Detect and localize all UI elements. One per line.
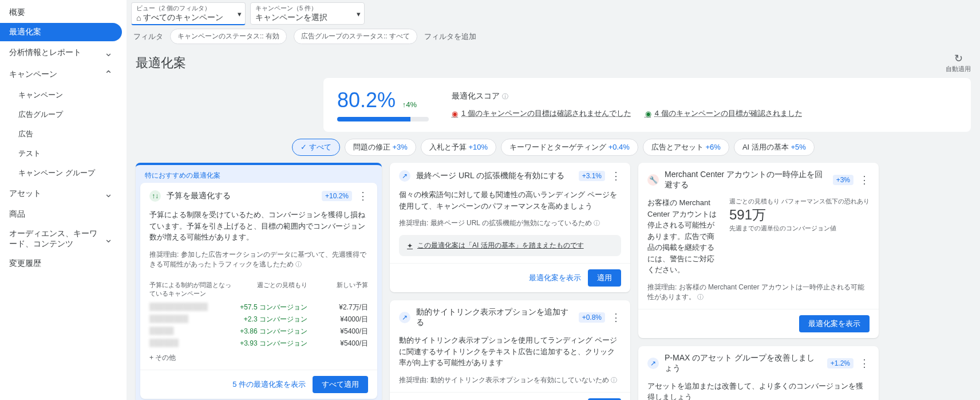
view-recommendation-link[interactable]: 最適化案を表示 — [529, 273, 581, 283]
filter-chip-campaign-status[interactable]: キャンペーンのステータス:: 有効 — [170, 29, 287, 44]
view-recommendations-link[interactable]: 5 件の最適化案を表示 — [232, 379, 306, 390]
auto-apply-button[interactable]: ↻ 自動適用 — [946, 52, 971, 73]
sidebar: 概要 最適化案 分析情報とレポート⌄ キャンペーン⌃ キャンペーン 広告グループ… — [0, 0, 127, 400]
card-pct: +10.2% — [322, 191, 352, 201]
card-body: お客様の Merchant Center アカウントは停止される可能性があります… — [647, 197, 720, 276]
sparkle-icon: ✦ — [407, 242, 413, 250]
tab-ads-assets[interactable]: 広告とアセット +6% — [643, 139, 729, 156]
refresh-icon: ↻ — [946, 52, 971, 65]
check-icon: ◉ — [645, 109, 651, 118]
sidebar-item-tests[interactable]: テスト — [0, 144, 122, 163]
category-tabs: ✓ すべて 問題の修正 +3% 入札と予算 +10% キーワードとターゲティング… — [127, 139, 980, 156]
score-bar — [337, 117, 429, 121]
card-sitelink: ↗ 動的サイトリンク表示オプションを追加する +0.8% ⋮ 動的サイトリンク表… — [390, 300, 630, 400]
card-pct: +1.2% — [827, 358, 853, 368]
tab-all[interactable]: ✓ すべて — [292, 139, 340, 156]
tab-ai[interactable]: AI 活用の基本 +5% — [734, 139, 815, 156]
sidebar-item-adgroups[interactable]: 広告グループ — [0, 105, 122, 124]
card-pct: +3.1% — [579, 171, 605, 181]
more-icon[interactable]: ⋮ — [611, 311, 621, 324]
apply-all-button[interactable]: すべて適用 — [313, 376, 368, 393]
table-row: ████████+2.3 コンバージョン¥4000/日 — [149, 313, 368, 326]
sidebar-item-history[interactable]: 変更履歴 — [0, 254, 122, 273]
expand-icon: ↗ — [647, 358, 659, 369]
chevron-down-icon: ⌄ — [104, 46, 113, 59]
tab-bid[interactable]: 入札と予算 +10% — [421, 139, 496, 156]
card-merchant: 🔧 Merchant Center アカウントの一時停止を回避する +3% ⋮ … — [638, 163, 879, 338]
chevron-down-icon: ⌄ — [104, 233, 113, 245]
card-title: 最終ページ URL の拡張機能を有効にする — [416, 171, 573, 181]
chevron-up-icon: ⌃ — [104, 68, 113, 81]
help-icon[interactable]: ⓘ — [611, 377, 617, 383]
help-icon[interactable]: ⓘ — [295, 261, 302, 268]
ai-banner[interactable]: ✦この最適化案は「AI 活用の基本」を踏まえたものです — [399, 235, 621, 256]
featured-label: 特におすすめの最適化案 — [136, 165, 382, 183]
sidebar-item-overview[interactable]: 概要 — [0, 3, 122, 22]
sidebar-item-insights[interactable]: 分析情報とレポート⌄ — [0, 42, 122, 63]
warning-icon: ◉ — [452, 109, 458, 118]
more-icon[interactable]: ⋮ — [859, 357, 870, 370]
card-body: 個々の検索語句に対して最も関連性の高いランディング ページを使用して、キャンペー… — [390, 189, 630, 218]
card-title: 動的サイトリンク表示オプションを追加する — [416, 307, 573, 328]
view-dropdown[interactable]: ビュー（2 個のフィルタ） ⌂すべてのキャンペーン ▾ — [131, 2, 246, 25]
chevron-down-icon: ▾ — [357, 9, 361, 18]
sidebar-item-campaigns-sub[interactable]: キャンペーン — [0, 86, 122, 104]
sidebar-item-recommendations[interactable]: 最適化案 — [0, 23, 122, 41]
table-row: █████+3.86 コンバージョン¥5400/日 — [149, 326, 368, 338]
score-ok[interactable]: ◉4 個のキャンペーンの目標が確認されました — [645, 108, 803, 119]
card-title: 予算を最適化する — [167, 191, 316, 201]
main: ビュー（2 個のフィルタ） ⌂すべてのキャンペーン ▾ キャンペーン（5 件） … — [127, 0, 980, 400]
score-card: 80.2% ↑4% 最適化スコア ⓘ ◉1 個のキャンペーンの目標は確認されませ… — [323, 78, 971, 132]
expand-icon: ↗ — [399, 312, 410, 323]
apply-button[interactable]: 適用 — [588, 398, 621, 401]
more-icon[interactable]: ⋮ — [611, 170, 621, 182]
help-icon[interactable]: ⓘ — [594, 219, 600, 226]
card-title: Merchant Center アカウントの一時停止を回避する — [665, 170, 827, 190]
card-url-expansion: ↗ 最終ページ URL の拡張機能を有効にする +3.1% ⋮ 個々の検索語句に… — [390, 163, 630, 292]
filter-label: フィルタ — [133, 32, 163, 42]
card-body: 動的サイトリンク表示オプションを使用してランディング ページに関連するサイトリン… — [390, 335, 630, 375]
metric: 週ごとの見積もり パフォーマンス低下の恐れあり 591万 先週までの週単位のコン… — [729, 197, 870, 276]
table-other[interactable]: + その他 — [149, 350, 368, 363]
card-pmax: ↗ P-MAX のアセット グループを改善しましょう +1.2% ⋮ アセットを… — [638, 346, 879, 401]
more-icon[interactable]: ⋮ — [358, 190, 368, 202]
score-value: 80.2% — [337, 88, 396, 112]
arrows-icon: ↑↓ — [149, 190, 161, 202]
more-icon[interactable]: ⋮ — [859, 174, 870, 186]
filter-bar: フィルタ キャンペーンのステータス:: 有効 広告グループのステータス:: すべ… — [127, 25, 980, 48]
chevron-down-icon: ⌄ — [104, 187, 113, 200]
tab-fix[interactable]: 問題の修正 +3% — [345, 139, 416, 156]
sidebar-item-campaign-groups[interactable]: キャンペーン グループ — [0, 164, 122, 182]
card-body: アセットを追加または改善して、より多くのコンバージョンを獲得しましょう — [638, 381, 879, 401]
help-icon[interactable]: ⓘ — [502, 93, 508, 100]
expand-icon: ↗ — [399, 170, 410, 182]
budget-table: 予算による制約が問題となっているキャンペーン 週ごとの見積もり 新しい予算 ██… — [140, 276, 377, 370]
campaign-dropdown[interactable]: キャンペーン（5 件） キャンペーンを選択 ▾ — [250, 2, 365, 25]
page-title: 最適化案 — [136, 54, 186, 72]
table-row: ████████████+57.5 コンバージョン¥2.7万/日 — [149, 301, 368, 313]
table-row: ██████+3.93 コンバージョン¥5400/日 — [149, 338, 368, 350]
sidebar-item-campaigns[interactable]: キャンペーン⌃ — [0, 64, 122, 85]
sidebar-item-products[interactable]: 商品 — [0, 205, 122, 223]
score-change: ↑4% — [402, 100, 417, 109]
card-title: P-MAX のアセット グループを改善しましょう — [665, 353, 821, 374]
add-filter[interactable]: フィルタを追加 — [424, 32, 476, 42]
view-recommendation-button[interactable]: 最適化案を表示 — [799, 315, 870, 332]
tab-keywords[interactable]: キーワードとターゲティング +0.4% — [501, 139, 638, 156]
topbar: ビュー（2 個のフィルタ） ⌂すべてのキャンペーン ▾ キャンペーン（5 件） … — [127, 0, 980, 25]
score-title: 最適化スコア — [452, 91, 500, 100]
card-pct: +3% — [833, 175, 853, 185]
sidebar-item-assets[interactable]: アセット⌄ — [0, 183, 122, 204]
card-body: 予算による制限を受けているため、コンバージョンを獲得し損ねています。予算を引き上… — [140, 209, 377, 250]
card-pct: +0.8% — [579, 312, 605, 323]
chevron-down-icon: ▾ — [238, 9, 242, 18]
filter-chip-adgroup-status[interactable]: 広告グループのステータス:: すべて — [294, 29, 417, 44]
score-warning[interactable]: ◉1 個のキャンペーンの目標は確認されませんでした — [452, 108, 631, 119]
home-icon: ⌂ — [136, 13, 141, 22]
featured-card: 特におすすめの最適化案 ↑↓ 予算を最適化する +10.2% ⋮ 予算による制限… — [136, 163, 382, 400]
sidebar-item-audiences[interactable]: オーディエンス、キーワード、コンテンツ⌄ — [0, 225, 122, 253]
apply-button[interactable]: 適用 — [588, 269, 621, 287]
help-icon[interactable]: ⓘ — [697, 293, 704, 300]
wrench-icon: 🔧 — [647, 174, 659, 186]
sidebar-item-ads[interactable]: 広告 — [0, 125, 122, 143]
